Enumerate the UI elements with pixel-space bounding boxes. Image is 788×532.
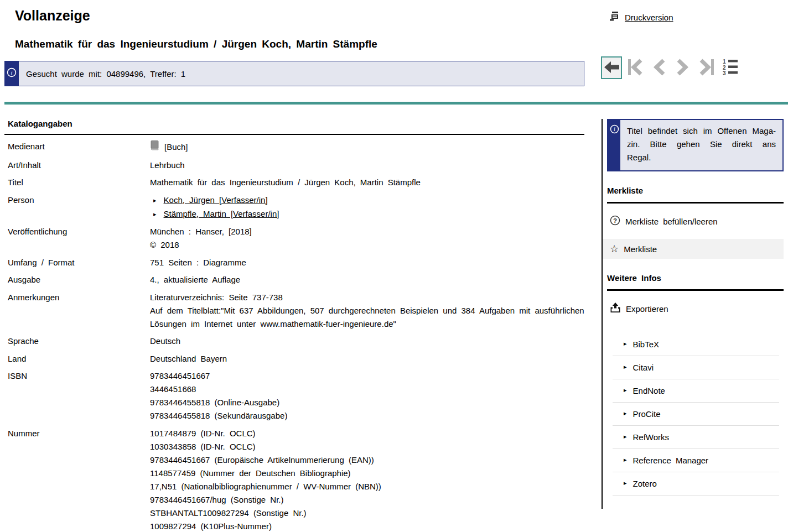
catalog-row: TitelMathematik für das Ingenieurstudium… bbox=[8, 176, 584, 189]
first-page-button[interactable] bbox=[625, 56, 646, 79]
print-version-link[interactable]: Druckversion bbox=[609, 11, 673, 23]
arrow-right-icon: ▸ bbox=[624, 363, 627, 371]
search-result-notice: i Gesucht wurde mit: 04899496, Treffer: … bbox=[4, 61, 584, 86]
catalog-row-value: München : Hanser, [2018]© 2018 bbox=[150, 225, 584, 252]
catalog-row-value: Deutschland Bayern bbox=[150, 352, 584, 366]
first-page-icon bbox=[627, 58, 644, 78]
catalog-row-value: 751 Seiten : Diagramme bbox=[150, 256, 584, 269]
catalog-row-value: 1017484879 (ID-Nr. OCLC)1030343858 (ID-N… bbox=[150, 427, 584, 532]
weitere-infos-heading: Weitere Infos bbox=[607, 273, 784, 291]
export-format-list: ▸BibTeX▸Citavi▸EndNote▸ProCite▸RefWorks▸… bbox=[603, 333, 784, 496]
export-format-label: Zotero bbox=[633, 479, 657, 488]
merkliste-item[interactable]: ☆ Merkliste bbox=[603, 239, 784, 259]
export-format-item[interactable]: ▸Zotero bbox=[603, 472, 784, 495]
catalog-heading: Katalogangaben bbox=[4, 114, 584, 135]
merkliste-heading: Merkliste bbox=[607, 186, 784, 204]
export-format-label: RefWorks bbox=[633, 432, 670, 442]
catalog-row: Ausgabe4., aktualisierte Auflage bbox=[8, 273, 584, 286]
next-page-icon bbox=[676, 58, 690, 78]
merkliste-fill-item[interactable]: ? Merkliste befüllen/leeren bbox=[603, 211, 784, 232]
svg-text:?: ? bbox=[613, 217, 617, 224]
person-link-line: ▸Koch, Jürgen [Verfasser/in] bbox=[150, 194, 584, 207]
export-format-item[interactable]: ▸EndNote bbox=[603, 379, 784, 402]
catalog-value-line: 9783446451667 (Europäische Artikelnummer… bbox=[150, 453, 584, 467]
catalog-row-label: Medienart bbox=[8, 140, 150, 154]
media-type-label: [Buch] bbox=[164, 140, 188, 154]
catalog-row-label: Umfang / Format bbox=[8, 256, 150, 269]
catalog-value-line: 17,N51 (Nationalbibliographienummer / WV… bbox=[150, 480, 584, 493]
print-version-label: Druckversion bbox=[625, 13, 673, 22]
catalog-value-line: 9783446451667/hug (Sonstige Nr.) bbox=[150, 493, 584, 507]
availability-notice-text: Titel befindet sich im Offenen Magazin. … bbox=[620, 120, 782, 170]
export-format-item[interactable]: ▸BibTeX bbox=[603, 333, 784, 356]
catalog-row-label: Anmerkungen bbox=[8, 291, 150, 331]
export-format-item[interactable]: ▸Reference Manager bbox=[603, 449, 784, 472]
back-button[interactable] bbox=[601, 56, 622, 79]
question-circle-icon: ? bbox=[610, 215, 620, 227]
catalog-row: Umfang / Format751 Seiten : Diagramme bbox=[8, 256, 584, 269]
page-title: Vollanzeige bbox=[15, 8, 90, 24]
svg-text:i: i bbox=[614, 126, 615, 132]
catalog-row: Art/InhaltLehrbuch bbox=[8, 159, 584, 172]
person-link-line: ▸Stämpfle, Martin [Verfasser/in] bbox=[150, 207, 584, 221]
export-format-item[interactable]: ▸ProCite bbox=[603, 403, 784, 425]
catalog-row-label: Ausgabe bbox=[8, 273, 150, 286]
catalog-value-line: Auf dem Titelblatt:"Mit 637 Abbildungen,… bbox=[150, 304, 584, 331]
catalog-row-label: ISBN bbox=[8, 369, 150, 423]
catalog-rows: Medienart[Buch]Art/InhaltLehrbuchTitelMa… bbox=[4, 140, 584, 532]
catalog-section: Katalogangaben Medienart[Buch]Art/Inhalt… bbox=[4, 114, 584, 532]
catalog-row-value: 978344645166734464516689783446455818 (On… bbox=[150, 369, 584, 423]
person-link[interactable]: Stämpfle, Martin [Verfasser/in] bbox=[164, 207, 279, 221]
export-format-item[interactable]: ▸Citavi bbox=[603, 356, 784, 379]
arrow-right-icon: ▸ bbox=[624, 456, 627, 463]
svg-text:3: 3 bbox=[723, 70, 726, 75]
catalog-value-line: München : Hanser, [2018] bbox=[150, 225, 584, 238]
catalog-value-line: 1017484879 (ID-Nr. OCLC) bbox=[150, 427, 584, 440]
catalog-row-value: Deutsch bbox=[150, 335, 584, 348]
catalog-value-line: 751 Seiten : Diagramme bbox=[150, 256, 584, 269]
catalog-value-line: 9783446455818 (Online-Ausgabe) bbox=[150, 396, 584, 409]
catalog-row-value: Mathematik für das Ingenieurstudium / Jü… bbox=[150, 176, 584, 189]
previous-page-button[interactable] bbox=[649, 56, 670, 79]
export-format-label: ProCite bbox=[633, 409, 661, 419]
catalog-row-label: Nummer bbox=[8, 427, 150, 532]
list-divider bbox=[613, 495, 779, 496]
svg-text:1: 1 bbox=[723, 59, 726, 65]
catalog-row: Person▸Koch, Jürgen [Verfasser/in]▸Stämp… bbox=[8, 194, 584, 221]
catalog-value-line: 1148577459 (Nummer der Deutschen Bibliog… bbox=[150, 467, 584, 480]
next-page-button[interactable] bbox=[672, 56, 693, 79]
arrow-right-icon: ▸ bbox=[624, 387, 627, 394]
last-page-icon bbox=[698, 58, 715, 78]
sidebar: i Titel befindet sich im Offenen Magazin… bbox=[603, 119, 784, 496]
catalog-row-value: [Buch] bbox=[150, 140, 584, 154]
info-icon: i bbox=[7, 67, 17, 80]
catalog-value-line: Literaturverzeichnis: Seite 737-738 bbox=[150, 291, 584, 304]
result-list-button[interactable]: 1 2 3 bbox=[720, 56, 741, 79]
export-format-item[interactable]: ▸RefWorks bbox=[603, 426, 784, 448]
catalog-value-line: 9783446455818 (Sekundärausgabe) bbox=[150, 409, 584, 423]
catalog-row: LandDeutschland Bayern bbox=[8, 352, 584, 366]
export-format-label: Reference Manager bbox=[633, 456, 709, 465]
catalog-row: Nummer1017484879 (ID-Nr. OCLC)1030343858… bbox=[8, 427, 584, 532]
export-icon bbox=[610, 302, 621, 315]
catalog-row-label: Sprache bbox=[8, 335, 150, 348]
exportieren-item[interactable]: Exportieren bbox=[603, 298, 784, 319]
svg-text:2: 2 bbox=[723, 65, 726, 71]
catalog-row-value: ▸Koch, Jürgen [Verfasser/in]▸Stämpfle, M… bbox=[150, 194, 584, 221]
last-page-button[interactable] bbox=[696, 56, 717, 79]
catalog-row-value: Literaturverzeichnis: Seite 737-738Auf d… bbox=[150, 291, 584, 331]
info-icon: i bbox=[610, 124, 619, 170]
exportieren-label: Exportieren bbox=[626, 304, 668, 314]
catalog-value-line: Deutsch bbox=[150, 335, 584, 348]
star-icon: ☆ bbox=[610, 244, 619, 254]
record-title: Mathematik für das Ingenieurstudium / Jü… bbox=[15, 38, 377, 50]
availability-notice: i Titel befindet sich im Offenen Magazin… bbox=[607, 119, 784, 171]
catalog-value-line: © 2018 bbox=[150, 238, 584, 252]
person-link[interactable]: Koch, Jürgen [Verfasser/in] bbox=[164, 194, 268, 207]
catalog-row: Medienart[Buch] bbox=[8, 140, 584, 154]
export-format-label: EndNote bbox=[633, 386, 665, 395]
printer-icon bbox=[609, 11, 620, 23]
merkliste-fill-label: Merkliste befüllen/leeren bbox=[625, 217, 718, 226]
catalog-row: VeröffentlichungMünchen : Hanser, [2018]… bbox=[8, 225, 584, 252]
catalog-value-line: STBHANTALT1009827294 (Sonstige Nr.) bbox=[150, 507, 584, 520]
